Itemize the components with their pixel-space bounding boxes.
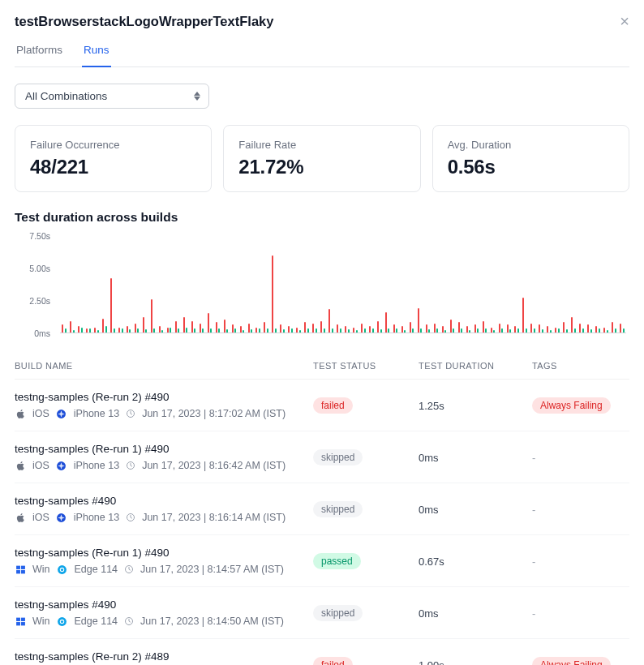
tag-none: - (532, 452, 535, 464)
clock-icon (126, 461, 135, 470)
duration-value: 1.25s (419, 400, 444, 412)
svg-rect-8 (16, 570, 20, 573)
table-body: testng-samples (Re-run 2) #490iOSiPhone … (15, 380, 629, 665)
clock-icon (126, 513, 135, 522)
col-status: TEST STATUS (313, 361, 410, 371)
build-name: testng-samples #490 (15, 495, 305, 507)
stat-label: Failure Occurrence (30, 139, 196, 151)
svg-point-12 (61, 568, 63, 570)
tab-platforms[interactable]: Platforms (15, 36, 64, 67)
apple-icon (15, 460, 26, 471)
duration-chart: 7.50s 5.00s 2.50s 0ms (15, 236, 629, 341)
col-duration: TEST DURATION (419, 361, 524, 371)
stat-value: 0.56s (448, 156, 614, 178)
build-name: testng-samples (Re-run 1) #490 (15, 547, 305, 559)
os-name: iOS (32, 512, 49, 523)
build-meta: iOSiPhone 13Jun 17, 2023 | 8:16:14 AM (I… (15, 512, 305, 523)
status-badge: skipped (313, 605, 363, 621)
svg-point-20 (61, 620, 63, 622)
svg-rect-17 (21, 622, 25, 625)
table-row[interactable]: testng-samples (Re-run 2) #489iOSiPhone … (15, 639, 629, 665)
chart-title: Test duration across builds (15, 210, 629, 225)
run-time: Jun 17, 2023 | 8:14:57 AM (IST) (140, 564, 284, 575)
build-meta: WinEdge 114Jun 17, 2023 | 8:14:50 AM (IS… (15, 616, 305, 627)
duration-value: 0ms (419, 452, 439, 464)
run-time: Jun 17, 2023 | 8:16:42 AM (IST) (142, 460, 286, 471)
y-tick: 7.50s (29, 231, 50, 241)
build-name: testng-samples #490 (15, 598, 305, 611)
chart-plot (60, 236, 626, 333)
combinations-select-label: All Combinations (25, 90, 107, 102)
tabs: Platforms Runs (15, 36, 629, 67)
table-row[interactable]: testng-samples (Re-run 1) #490WinEdge 11… (15, 535, 629, 587)
svg-rect-15 (21, 617, 25, 620)
windows-icon (15, 564, 26, 575)
os-name: iOS (32, 460, 49, 471)
svg-rect-6 (16, 565, 20, 568)
svg-rect-9 (21, 570, 25, 573)
duration-value: 0.67s (419, 556, 444, 568)
status-badge: skipped (313, 501, 363, 517)
browser-name: iPhone 13 (74, 460, 119, 471)
y-axis: 7.50s 5.00s 2.50s 0ms (15, 236, 57, 333)
status-badge: failed (313, 397, 353, 414)
svg-rect-7 (21, 565, 25, 568)
tag-none: - (532, 607, 535, 620)
stat-value: 48/221 (30, 156, 196, 178)
table-row[interactable]: testng-samples (Re-run 2) #490iOSiPhone … (15, 380, 629, 431)
build-meta: iOSiPhone 13Jun 17, 2023 | 8:17:02 AM (I… (15, 408, 305, 419)
build-meta: WinEdge 114Jun 17, 2023 | 8:14:57 AM (IS… (15, 564, 305, 575)
stat-failure-rate: Failure Rate 21.72% (223, 125, 420, 192)
tag-none: - (532, 504, 535, 516)
tag-badge: Always Failing (532, 397, 611, 414)
os-name: iOS (32, 408, 49, 419)
run-time: Jun 17, 2023 | 8:17:02 AM (IST) (142, 408, 286, 419)
duration-value: 1.00s (419, 659, 444, 666)
table-header: BUILD NAME TEST STATUS TEST DURATION TAG… (15, 351, 629, 380)
tab-runs[interactable]: Runs (82, 36, 111, 67)
browser-name: Edge 114 (75, 616, 118, 627)
stat-failure-occurrence: Failure Occurrence 48/221 (15, 125, 212, 192)
table-row[interactable]: testng-samples #490iOSiPhone 13Jun 17, 2… (15, 483, 629, 535)
tag-badge: Always Failing (532, 657, 611, 666)
edge-icon (57, 564, 68, 575)
clock-icon (124, 616, 134, 626)
stat-value: 21.72% (238, 156, 405, 178)
run-time: Jun 17, 2023 | 8:14:50 AM (IST) (140, 616, 284, 627)
os-name: Win (32, 616, 50, 627)
apple-icon (15, 512, 26, 523)
os-name: Win (32, 564, 50, 575)
safari-icon (56, 408, 67, 419)
close-icon[interactable]: × (620, 13, 629, 29)
col-tags: TAGS (532, 361, 629, 371)
svg-rect-14 (16, 617, 20, 620)
stat-label: Failure Rate (238, 139, 405, 151)
apple-icon (15, 408, 26, 419)
combinations-select[interactable]: All Combinations (15, 84, 209, 109)
table-row[interactable]: testng-samples #490WinEdge 114Jun 17, 20… (15, 587, 629, 639)
duration-value: 0ms (419, 607, 439, 620)
table-row[interactable]: testng-samples (Re-run 1) #490iOSiPhone … (15, 431, 629, 483)
browser-name: iPhone 13 (74, 512, 119, 523)
tag-none: - (532, 556, 535, 568)
page-title: testBrowserstackLogoWrapperTextFlaky (15, 14, 273, 29)
status-badge: passed (313, 553, 361, 569)
edge-icon (57, 616, 68, 627)
status-badge: failed (313, 657, 353, 666)
safari-icon (56, 460, 67, 471)
run-time: Jun 17, 2023 | 8:16:14 AM (IST) (142, 512, 286, 523)
svg-rect-16 (16, 622, 20, 625)
chevron-updown-icon (194, 92, 200, 101)
build-name: testng-samples (Re-run 2) #489 (15, 650, 305, 663)
build-name: testng-samples (Re-run 1) #490 (15, 443, 305, 455)
y-tick: 0ms (34, 328, 50, 338)
y-tick: 5.00s (29, 264, 50, 273)
clock-icon (126, 409, 135, 418)
build-meta: iOSiPhone 13Jun 17, 2023 | 8:16:42 AM (I… (15, 460, 305, 471)
stat-avg-duration: Avg. Duration 0.56s (432, 125, 629, 192)
clock-icon (124, 564, 134, 574)
col-build: BUILD NAME (15, 361, 305, 371)
y-tick: 2.50s (29, 296, 50, 306)
status-badge: skipped (313, 449, 363, 466)
build-name: testng-samples (Re-run 2) #490 (15, 391, 305, 403)
